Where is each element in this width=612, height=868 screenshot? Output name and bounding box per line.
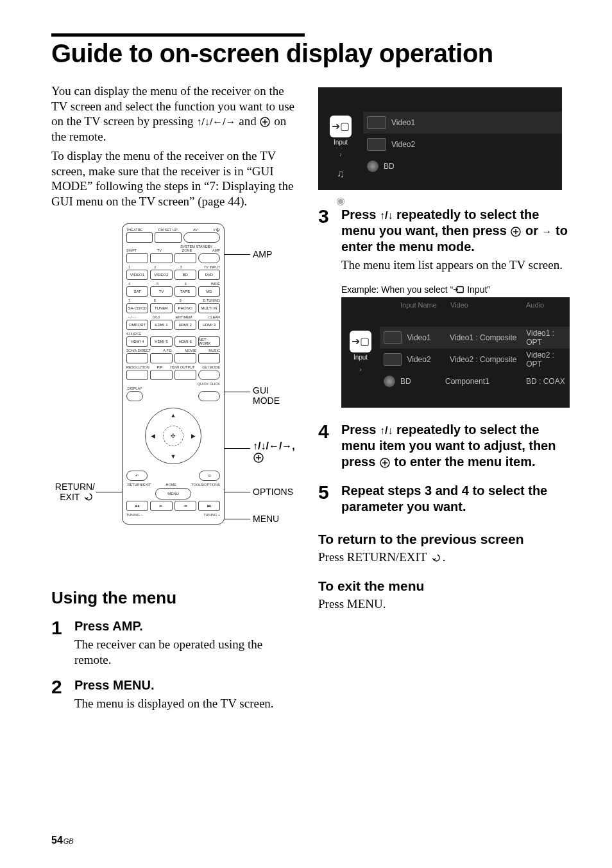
callout-return-exit: RETURN/ EXIT xyxy=(47,482,95,502)
page-title: Guide to on-screen display operation xyxy=(51,39,567,68)
return-icon xyxy=(430,553,443,562)
enter-icon xyxy=(510,226,522,238)
osd-screenshot-1: ➜▢ Input › ♫ ◉ Video1 Video2 BD xyxy=(318,87,562,190)
step-detail: The receiver can be operated using the r… xyxy=(74,637,296,668)
sidebar-label-input: Input xyxy=(330,139,352,146)
osd-row: Video2 xyxy=(363,134,562,155)
step-heading: Press ↑/↓ repeatedly to select the menu … xyxy=(341,422,567,470)
section-heading: Using the menu xyxy=(51,588,296,608)
example-label: Example: When you select “ Input” xyxy=(341,284,570,295)
step-2: 2 Press MENU. The menu is displayed on t… xyxy=(51,677,296,711)
step-3: 3 Press ↑/↓ repeatedly to select the men… xyxy=(318,207,567,408)
page-number: 54GB xyxy=(51,835,74,846)
step-heading: Repeat steps 3 and 4 to select the param… xyxy=(341,483,567,515)
osd-row: Video1Video1 : CompositeVideo1 : OPT xyxy=(380,327,570,349)
enter-icon xyxy=(253,452,264,464)
sub-body-return: Press RETURN/EXIT . xyxy=(318,550,567,565)
right-column: ➜▢ Input › ♫ ◉ Video1 Video2 BD xyxy=(318,83,567,722)
subheading-exit: To exit the menu xyxy=(318,578,567,594)
enter-icon xyxy=(259,116,271,128)
osd-row: Video2Video2 : CompositeVideo2 : OPT xyxy=(380,349,570,370)
step-heading: Press MENU. xyxy=(74,677,296,693)
step-5: 5 Repeat steps 3 and 4 to select the par… xyxy=(318,483,567,517)
subheading-return: To return to the previous screen xyxy=(318,532,567,547)
step-detail: The menu item list appears on the TV scr… xyxy=(341,257,570,273)
left-column: You can display the menu of the receiver… xyxy=(51,83,296,722)
intro-text-1b: and xyxy=(236,114,260,128)
step-4: 4 Press ↑/↓ repeatedly to select the men… xyxy=(318,422,567,473)
sub-body-exit: Press MENU. xyxy=(318,596,567,612)
callout-menu: MENU xyxy=(253,514,279,524)
step-detail: The menu is displayed on the TV screen. xyxy=(74,696,296,711)
input-small-icon xyxy=(453,285,464,294)
enter-icon xyxy=(379,457,391,469)
step-number: 2 xyxy=(51,677,65,711)
remote-illustration: THEATRERM SET UPAVI/ ⏻ SYSTEM STANDBY SH… xyxy=(122,223,225,525)
horizontal-rule xyxy=(51,33,305,37)
osd-screenshot-2: Input Name Video Audio ➜▢ Input xyxy=(341,297,570,408)
osd-row: Video1 xyxy=(363,112,562,134)
step-heading: Press ↑/↓ repeatedly to select the menu … xyxy=(341,207,570,255)
input-category-icon: ➜▢ xyxy=(350,331,371,352)
step-number: 5 xyxy=(318,483,332,517)
step-number: 4 xyxy=(318,422,332,473)
intro-paragraph-1: You can display the menu of the receiver… xyxy=(51,83,296,144)
music-category-icon: ♫ xyxy=(330,163,352,185)
osd-row: BDComponent1BD : COAX xyxy=(380,370,570,392)
callout-directions: ↑/↓/←/→, xyxy=(253,440,295,464)
callout-gui-mode: GUI MODE xyxy=(253,385,280,406)
osd-row: BD xyxy=(363,155,562,177)
callout-options: OPTIONS xyxy=(253,487,293,497)
direction-arrows-inline: ↑/↓/←/→ xyxy=(196,116,235,127)
sidebar-label-input: Input xyxy=(350,354,371,361)
input-category-icon: ➜▢ xyxy=(330,116,352,137)
return-icon xyxy=(82,492,95,501)
callout-amp: AMP xyxy=(253,249,272,259)
step-number: 3 xyxy=(318,207,332,408)
step-heading: Press AMP. xyxy=(74,618,296,634)
step-1: 1 Press AMP. The receiver can be operate… xyxy=(51,618,296,668)
step-number: 1 xyxy=(51,618,65,668)
intro-paragraph-2: To display the menu of the receiver on t… xyxy=(51,148,296,209)
